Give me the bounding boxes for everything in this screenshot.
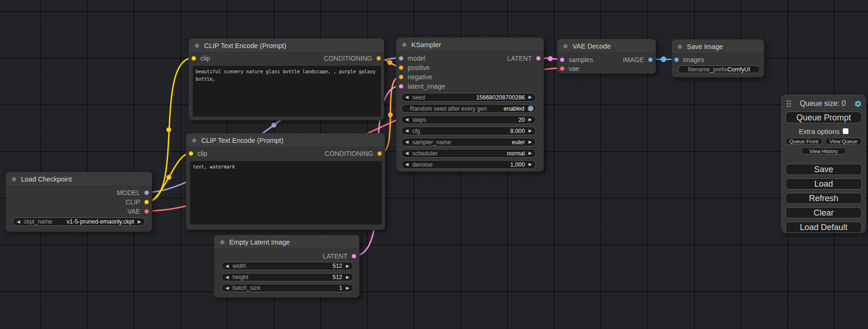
increment-arrow-icon[interactable]: ▶ <box>525 162 536 167</box>
increment-arrow-icon[interactable]: ▶ <box>525 151 536 155</box>
collapse-dot-icon[interactable] <box>677 44 682 49</box>
link-midpoint-dot[interactable] <box>388 60 392 65</box>
link-midpoint-dot[interactable] <box>661 56 666 62</box>
prompt-text-input[interactable]: text, watermark <box>190 161 382 224</box>
port-output-conditioning: CONDITIONING <box>324 54 381 63</box>
widget-random-seed-toggle[interactable]: Random seed after every gen enabled <box>401 104 536 113</box>
prompt-text-input[interactable]: beautiful scenery nature glass bottle la… <box>193 66 381 117</box>
port-dot-conditioning[interactable] <box>399 65 403 70</box>
widget-sampler-name[interactable]: ◀ sampler_name euler ▶ <box>401 138 536 147</box>
increment-arrow-icon[interactable]: ▶ <box>525 118 536 122</box>
node-titlebar[interactable]: Save Image <box>672 40 764 54</box>
node-ksampler[interactable]: KSampler model positive negative latent_… <box>396 37 544 172</box>
decrement-arrow-icon[interactable]: ◀ <box>402 118 412 122</box>
port-label: model <box>408 55 425 62</box>
node-titlebar[interactable]: KSampler <box>396 38 543 52</box>
load-default-button[interactable]: Load Default <box>785 222 862 233</box>
increment-arrow-icon[interactable]: ▶ <box>342 286 353 290</box>
node-load-checkpoint[interactable]: Load Checkpoint MODEL CLIP VAE ◀ ckpt_na… <box>6 172 152 232</box>
decrement-arrow-icon[interactable]: ◀ <box>222 286 233 290</box>
node-titlebar[interactable]: CLIP Text Encode (Prompt) <box>186 133 385 147</box>
port-dot-clip[interactable] <box>189 151 193 156</box>
extra-options-checkbox[interactable] <box>843 128 848 134</box>
widget-scheduler[interactable]: ◀ scheduler normal ▶ <box>401 149 536 158</box>
link-midpoint-dot[interactable] <box>271 123 276 127</box>
increment-arrow-icon[interactable]: ▶ <box>525 129 536 133</box>
port-dot-vae[interactable] <box>560 66 565 71</box>
node-clip-text-encode-negative[interactable]: CLIP Text Encode (Prompt) clip CONDITION… <box>186 133 385 230</box>
collapse-dot-icon[interactable] <box>195 43 199 48</box>
decrement-arrow-icon[interactable]: ◀ <box>402 162 412 167</box>
port-dot-model[interactable] <box>399 56 403 61</box>
port-dot-conditioning[interactable] <box>376 56 381 61</box>
port-dot-latent[interactable] <box>560 57 565 62</box>
port-dot-image[interactable] <box>648 57 653 62</box>
port-label: vae <box>569 65 579 72</box>
port-dot-latent[interactable] <box>536 56 541 61</box>
toggle-dot-icon[interactable] <box>528 105 534 112</box>
decrement-arrow-icon[interactable]: ◀ <box>402 129 412 133</box>
widget-filename-prefix[interactable]: filename_prefix ComfyUI <box>678 65 760 73</box>
load-button[interactable]: Load <box>785 178 862 189</box>
node-vae-decode[interactable]: VAE Decode samples vae IMAGE <box>557 39 656 74</box>
collapse-dot-icon[interactable] <box>220 240 225 245</box>
port-dot-image[interactable] <box>674 57 679 62</box>
widget-seed[interactable]: ◀ seed 156680208700286 ▶ <box>401 93 536 102</box>
node-title: VAE Decode <box>572 42 611 50</box>
node-clip-text-encode-positive[interactable]: CLIP Text Encode (Prompt) clip CONDITION… <box>189 38 384 120</box>
widget-label: denoise <box>412 161 433 168</box>
port-dot-model[interactable] <box>144 190 149 195</box>
port-dot-conditioning[interactable] <box>377 151 382 156</box>
decrement-arrow-icon[interactable]: ◀ <box>222 275 233 280</box>
decrement-arrow-icon[interactable]: ◀ <box>402 140 412 144</box>
refresh-button[interactable]: Refresh <box>785 193 862 204</box>
decrement-arrow-icon[interactable]: ◀ <box>402 95 412 99</box>
widget-height[interactable]: ◀ height 512 ▶ <box>221 273 353 281</box>
increment-arrow-icon[interactable]: ▶ <box>525 140 536 144</box>
increment-arrow-icon[interactable]: ▶ <box>134 220 145 224</box>
link-midpoint-dot[interactable] <box>548 56 552 61</box>
queue-front-button[interactable]: Queue Front <box>785 138 823 145</box>
collapse-dot-icon[interactable] <box>563 44 568 49</box>
port-dot-latent[interactable] <box>399 84 403 89</box>
node-titlebar[interactable]: CLIP Text Encode (Prompt) <box>189 39 384 53</box>
comfyui-canvas[interactable]: { "colors": { "model": "#B39DDB", "clip"… <box>0 0 868 329</box>
port-dot-vae[interactable] <box>144 209 149 214</box>
widget-width[interactable]: ◀ width 512 ▶ <box>221 262 353 270</box>
node-save-image[interactable]: Save Image images filename_prefix ComfyU… <box>671 39 764 77</box>
decrement-arrow-icon[interactable]: ◀ <box>222 264 233 268</box>
increment-arrow-icon[interactable]: ▶ <box>525 95 536 99</box>
collapse-dot-icon[interactable] <box>402 42 407 47</box>
widget-steps[interactable]: ◀ steps 20 ▶ <box>401 115 536 124</box>
widget-batch-size[interactable]: ◀ batch_size 1 ▶ <box>221 284 353 292</box>
widget-cfg[interactable]: ◀ cfg 8.000 ▶ <box>401 126 536 135</box>
save-button[interactable]: Save <box>785 164 862 175</box>
port-label: clip <box>198 150 207 157</box>
view-queue-button[interactable]: View Queue <box>825 138 862 145</box>
widget-denoise[interactable]: ◀ denoise 1.000 ▶ <box>401 160 536 169</box>
clear-button[interactable]: Clear <box>785 207 862 218</box>
link-midpoint-dot[interactable] <box>166 175 171 180</box>
collapse-dot-icon[interactable] <box>12 177 16 182</box>
settings-gear-icon[interactable] <box>854 100 862 108</box>
drag-handle-icon[interactable] <box>786 100 791 107</box>
node-titlebar[interactable]: Load Checkpoint <box>6 172 152 186</box>
node-titlebar[interactable]: Empty Latent Image <box>214 235 359 249</box>
port-dot-conditioning[interactable] <box>399 75 403 79</box>
collapse-dot-icon[interactable] <box>192 138 197 143</box>
node-titlebar[interactable]: VAE Decode <box>557 39 656 53</box>
decrement-arrow-icon[interactable]: ◀ <box>402 151 412 155</box>
port-dot-clip[interactable] <box>191 56 196 61</box>
widget-ckpt-name[interactable]: ◀ ckpt_name v1-5-pruned-emaonly.ckpt ▶ <box>13 217 145 226</box>
port-dot-clip[interactable] <box>144 200 149 204</box>
queue-prompt-button[interactable]: Queue Prompt <box>785 112 862 123</box>
increment-arrow-icon[interactable]: ▶ <box>342 275 353 280</box>
view-history-button[interactable]: View History <box>801 147 846 154</box>
node-empty-latent-image[interactable]: Empty Latent Image LATENT ◀ width 512 ▶ … <box>214 235 360 298</box>
increment-arrow-icon[interactable]: ▶ <box>342 264 353 268</box>
decrement-arrow-icon[interactable]: ◀ <box>13 220 24 224</box>
link-midpoint-dot[interactable] <box>388 112 393 117</box>
link-midpoint-dot[interactable] <box>166 127 171 132</box>
queue-menu-panel: Queue size: 0 Queue Prompt Extra options… <box>781 95 866 233</box>
port-dot-latent[interactable] <box>352 254 356 259</box>
